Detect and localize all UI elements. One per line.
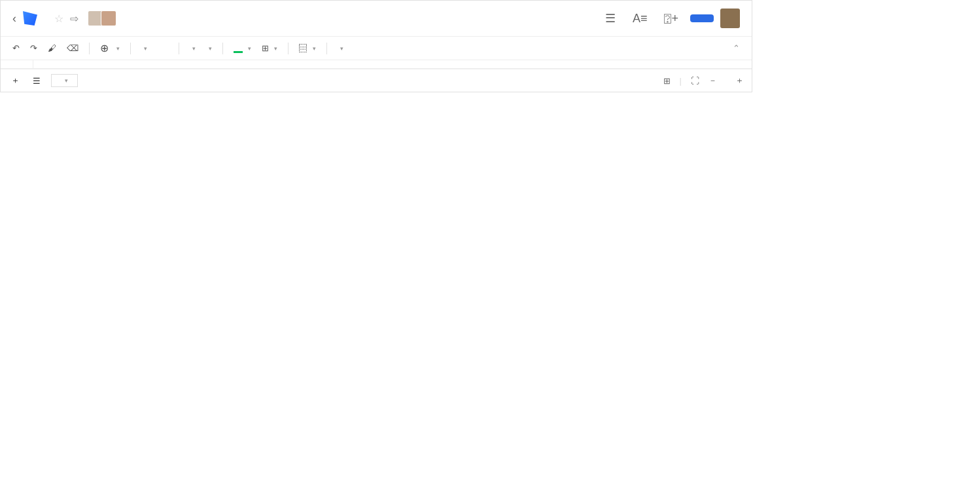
user-avatar[interactable] xyxy=(720,9,740,28)
titlebar: ‹ ☆ ⇨ ☰ A≡ ⍰+ xyxy=(1,1,752,37)
add-user-icon[interactable]: ⍰+ xyxy=(659,9,684,28)
sheet-list-icon[interactable]: ☰ xyxy=(30,75,43,87)
spreadsheet-app: ‹ ☆ ⇨ ☰ A≡ ⍰+ ↶ ↷ 🖌 ⌫ ⊕ ⊞ ⿳ xyxy=(0,0,752,92)
star-icon[interactable]: ☆ xyxy=(54,12,63,25)
footer: ＋ ☰ ▾ ⊞ | ⛶ － ＋ xyxy=(1,69,752,92)
collapse-toolbar-icon[interactable]: ⌃ xyxy=(733,43,740,53)
promo-panel xyxy=(752,0,980,92)
zoom-out-icon[interactable]: － xyxy=(709,75,717,86)
fill-color-menu[interactable] xyxy=(234,44,251,53)
text-format-icon[interactable]: A≡ xyxy=(627,9,653,28)
paint-format-icon[interactable]: 🖌 xyxy=(48,43,56,53)
number-format-menu[interactable] xyxy=(141,45,147,52)
share-button[interactable] xyxy=(690,14,714,22)
formula-input[interactable] xyxy=(33,60,752,68)
font-size-menu[interactable] xyxy=(206,45,212,52)
sheet-tab[interactable]: ▾ xyxy=(51,74,78,87)
redo-icon[interactable]: ↷ xyxy=(30,43,37,53)
folder-icon[interactable]: ⇨ xyxy=(70,12,79,25)
toolbar: ↶ ↷ 🖌 ⌫ ⊕ ⊞ ⿳ ⌃ xyxy=(1,37,752,60)
undo-icon[interactable]: ↶ xyxy=(12,43,20,53)
clear-format-icon[interactable]: ⌫ xyxy=(67,43,79,53)
fill-color-icon xyxy=(234,44,243,53)
avatar xyxy=(101,10,116,26)
collaborator-avatars[interactable] xyxy=(90,10,116,26)
insert-menu[interactable]: ⊕ xyxy=(100,42,120,54)
fullscreen-icon[interactable]: ⛶ xyxy=(691,76,699,86)
app-logo-icon xyxy=(23,11,37,26)
back-arrow-icon[interactable]: ‹ xyxy=(12,12,16,26)
more-menu[interactable] xyxy=(338,45,343,52)
zoom-in-icon[interactable]: ＋ xyxy=(735,75,744,86)
formula-bar xyxy=(1,60,752,69)
cell-reference[interactable] xyxy=(1,60,33,68)
explore-icon[interactable]: ⊞ xyxy=(663,76,671,86)
add-sheet-icon[interactable]: ＋ xyxy=(9,73,22,88)
borders-menu[interactable]: ⊞ xyxy=(262,43,277,53)
font-menu[interactable] xyxy=(190,45,196,52)
merge-cells-menu[interactable]: ⿳ xyxy=(299,43,316,53)
list-icon[interactable]: ☰ xyxy=(600,9,621,28)
